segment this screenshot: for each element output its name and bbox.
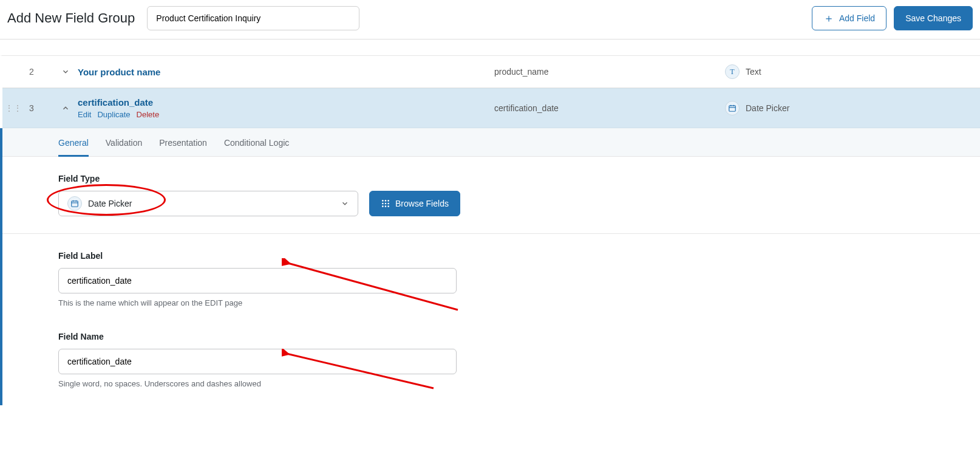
expand-toggle[interactable] [53,67,78,76]
settings-tabs: General Validation Presentation Conditio… [2,128,980,157]
chevron-down-icon [61,67,70,76]
field-type-label: Text [746,67,761,77]
field-type-heading: Field Type [58,174,980,183]
svg-point-9 [385,200,387,202]
date-picker-type-icon [67,196,82,211]
field-label-col: certification_date Edit Duplicate Delete [78,97,494,119]
field-label-link[interactable]: certification_date [78,97,494,108]
tab-conditional-logic[interactable]: Conditional Logic [224,128,289,156]
field-type-label: Date Picker [746,103,789,113]
fields-list: ⋮⋮ 2 Your product name product_name T Te… [0,55,980,128]
field-label-link[interactable]: Your product name [78,67,494,77]
field-row[interactable]: ⋮⋮ 2 Your product name product_name T Te… [2,56,980,88]
tab-presentation[interactable]: Presentation [159,128,207,156]
svg-point-14 [382,205,384,207]
field-type-select[interactable]: Date Picker [58,191,358,216]
drag-handle-icon[interactable]: ⋮⋮ [2,103,24,113]
setting-field-name: Field Name Single word, no spaces. Under… [2,324,980,405]
field-index: 3 [24,103,53,113]
field-type-value: Date Picker [88,199,132,208]
add-field-button[interactable]: ＋ Add Field [812,6,886,30]
save-changes-button[interactable]: Save Changes [894,6,973,30]
svg-point-16 [387,205,389,207]
date-picker-type-icon [725,101,740,115]
svg-rect-4 [72,201,78,207]
svg-rect-0 [729,106,736,111]
group-title-input[interactable] [147,6,359,30]
svg-point-13 [387,203,389,205]
field-index: 2 [24,67,53,77]
field-label-col: Your product name [78,67,494,77]
delete-action[interactable]: Delete [137,110,160,119]
add-field-label: Add Field [839,13,875,23]
collapse-toggle[interactable] [53,104,78,112]
text-type-icon: T [725,64,740,79]
plus-icon: ＋ [823,13,834,24]
field-type-col: Date Picker [725,101,980,115]
field-name-hint: Single word, no spaces. Underscores and … [58,379,980,388]
page-title: Add New Field Group [7,10,135,26]
svg-point-15 [385,205,387,207]
svg-point-12 [385,203,387,205]
tab-validation[interactable]: Validation [106,128,142,156]
field-name-heading: Field Name [58,332,980,341]
tab-general[interactable]: General [58,128,89,156]
field-row[interactable]: ⋮⋮ 3 certification_date Edit Duplicate D… [2,88,980,128]
field-label-input[interactable] [58,268,457,293]
svg-point-8 [382,200,384,202]
browse-fields-label: Browse Fields [395,199,449,208]
header-left: Add New Field Group [7,6,359,30]
chevron-down-icon [341,199,349,208]
setting-field-type: Field Type Date Picker Browse Fields [2,157,980,234]
grid-icon [381,199,390,208]
svg-point-10 [387,200,389,202]
browse-fields-button[interactable]: Browse Fields [369,191,460,216]
field-name-input[interactable] [58,349,457,374]
setting-field-label: Field Label This is the name which will … [2,234,980,324]
field-type-col: T Text [725,64,980,79]
svg-point-11 [382,203,384,205]
header-right: ＋ Add Field Save Changes [812,6,973,30]
chevron-up-icon [61,104,70,112]
save-changes-label: Save Changes [905,13,961,23]
page-header: Add New Field Group ＋ Add Field Save Cha… [0,0,980,39]
edit-action[interactable]: Edit [78,110,91,119]
field-label-heading: Field Label [58,251,980,261]
row-actions: Edit Duplicate Delete [78,110,494,119]
field-editor: General Validation Presentation Conditio… [0,128,980,405]
field-name: product_name [494,67,725,77]
field-name: certification_date [494,103,725,113]
field-label-hint: This is the name which will appear on th… [58,298,980,307]
duplicate-action[interactable]: Duplicate [97,110,130,119]
field-type-row: Date Picker Browse Fields [58,191,980,216]
